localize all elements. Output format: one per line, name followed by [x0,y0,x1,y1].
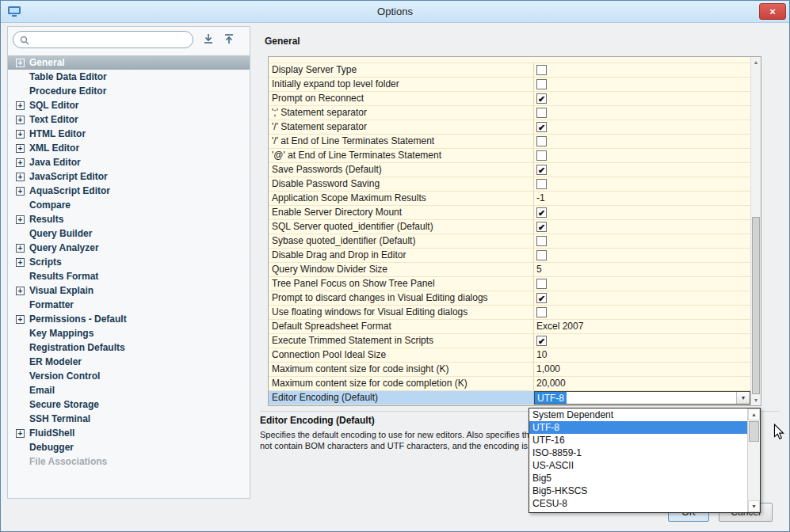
sidebar-item-sql-editor[interactable]: +SQL Editor [8,98,250,112]
settings-row-maximum-content-size-for-code-insight-k[interactable]: Maximum content size for code insight (K… [269,363,750,377]
sidebar-item-debugger[interactable]: Debugger [8,440,250,454]
titlebar[interactable]: Options × [1,1,789,23]
settings-row-maximum-content-size-for-code-completion-k[interactable]: Maximum content size for code completion… [269,377,750,391]
dropdown-item-big5-hkscs[interactable]: Big5-HKSCS [529,484,747,497]
tree-expander-icon[interactable]: + [16,158,25,167]
settings-row-script-file-extensions[interactable]: Script File Extensions*.sql; *.ddl; *.pk… [269,57,750,63]
settings-row-enable-server-directory-mount[interactable]: Enable Server Directory Mount✔ [269,206,750,220]
expand-all-icon[interactable] [200,33,216,48]
settings-row-disable-password-saving[interactable]: Disable Password Saving [269,177,750,192]
settings-row-execute-trimmed-statement-in-scripts[interactable]: Execute Trimmed Statement in Scripts✔ [269,334,750,348]
editor-encoding-combo[interactable]: UTF-8▾ [534,391,750,405]
sidebar-item-fluidshell[interactable]: +FluidShell [8,426,250,440]
scrollbar-thumb[interactable] [749,421,759,442]
settings-row-statement-separator[interactable]: '/' Statement separator✔ [269,120,750,135]
settings-row-sql-server-quoted-identifier-default[interactable]: SQL Server quoted_identifier (Default)✔ [269,220,750,234]
sidebar-item-results[interactable]: +Results [8,212,250,226]
settings-row-query-window-divider-size[interactable]: Query Window Divider Size5 [269,263,750,277]
sidebar-item-key-mappings[interactable]: Key Mappings [8,326,250,340]
settings-row-default-spreadsheet-format[interactable]: Default Spreadsheet FormatExcel 2007 [269,320,750,334]
settings-row-initially-expand-top-level-folder[interactable]: Initially expand top level folder [269,78,750,92]
dropdown-item-utf-16[interactable]: UTF-16 [529,434,747,446]
scroll-up-icon[interactable]: ▲ [748,408,760,420]
dropdown-item-cesu-8[interactable]: CESU-8 [529,497,747,510]
sidebar-item-formatter[interactable]: Formatter [8,298,250,312]
sidebar-item-email[interactable]: Email [8,383,250,397]
sidebar-item-permissions-default[interactable]: +Permissions - Default [8,312,250,326]
setting-checkbox[interactable] [536,250,547,260]
sidebar-item-visual-explain[interactable]: +Visual Explain [8,283,250,298]
search-box[interactable] [13,31,193,48]
combo-edit-area[interactable] [567,392,736,404]
tree-expander-icon[interactable]: + [16,244,25,253]
tree-expander-icon[interactable]: + [16,173,25,181]
sidebar-item-er-modeler[interactable]: ER Modeler [8,355,250,369]
sidebar-item-secure-storage[interactable]: Secure Storage [8,397,250,412]
settings-row-editor-encoding-default[interactable]: Editor Encoding (Default)UTF-8▾ [269,391,750,405]
dropdown-item-us-ascii[interactable]: US-ASCII [529,459,747,472]
sidebar-item-xml-editor[interactable]: +XML Editor [8,141,250,155]
dropdown-item-iso-8859-1[interactable]: ISO-8859-1 [529,446,747,459]
sidebar-item-query-builder[interactable]: Query Builder [8,226,250,241]
tree-expander-icon[interactable]: + [16,429,25,438]
setting-checkbox[interactable] [536,307,547,317]
setting-checkbox[interactable]: ✔ [536,122,547,132]
settings-row-at-end-of-line-terminates-statement[interactable]: '@' at End of Line Terminates Statement [269,149,750,163]
tree-expander-icon[interactable]: + [16,144,25,153]
sidebar-item-query-analyzer[interactable]: +Query Analyzer [8,241,250,255]
settings-row-prompt-to-discard-changes-in-visual-editing-dialogs[interactable]: Prompt to discard changes in Visual Edit… [269,291,750,306]
chevron-down-icon[interactable]: ▾ [736,392,750,404]
sidebar-item-procedure-editor[interactable]: Procedure Editor [8,84,250,98]
sidebar-item-javascript-editor[interactable]: +JavaScript Editor [8,169,250,184]
sidebar-item-registration-defaults[interactable]: Registration Defaults [8,340,250,355]
sidebar-item-java-editor[interactable]: +Java Editor [8,155,250,169]
setting-checkbox[interactable]: ✔ [536,165,547,175]
settings-row-prompt-on-reconnect[interactable]: Prompt on Reconnect✔ [269,92,750,106]
dropdown-item-utf-8[interactable]: UTF-8 [529,421,747,434]
setting-checkbox[interactable] [536,136,547,146]
sidebar-item-html-editor[interactable]: +HTML Editor [8,127,250,141]
sidebar-item-compare[interactable]: Compare [8,198,250,212]
tree-expander-icon[interactable]: + [16,101,25,110]
close-button[interactable]: × [759,3,786,20]
setting-checkbox[interactable] [536,65,547,75]
settings-row-display-server-type[interactable]: Display Server Type [269,63,750,78]
setting-checkbox[interactable] [536,236,547,246]
settings-row-at-end-of-line-terminates-statement[interactable]: '/' at End of Line Terminates Statement [269,135,750,149]
settings-row-sybase-quoted-identifier-default[interactable]: Sybase quoted_identifier (Default) [269,234,750,249]
sidebar-item-general[interactable]: +General [8,55,250,70]
search-input[interactable] [32,32,186,47]
sidebar-item-scripts[interactable]: +Scripts [8,255,250,269]
dropdown-item-system-dependent[interactable]: System Dependent [529,408,747,421]
scroll-down-icon[interactable]: ▼ [748,500,760,512]
tree-expander-icon[interactable]: + [16,258,25,267]
scroll-down-icon[interactable]: ▼ [751,395,761,405]
setting-checkbox[interactable]: ✔ [536,222,547,232]
setting-checkbox[interactable]: ✔ [536,93,547,104]
setting-checkbox[interactable] [536,108,547,118]
tree-expander-icon[interactable]: + [16,315,25,324]
setting-checkbox[interactable] [536,150,547,161]
settings-row-statement-separator[interactable]: ';' Statement separator [269,106,750,120]
sidebar-item-results-format[interactable]: Results Format [8,269,250,283]
settings-row-save-passwords-default[interactable]: Save Passwords (Default)✔ [269,163,750,177]
settings-row-tree-panel-focus-on-show-tree-panel[interactable]: Tree Panel Focus on Show Tree Panel [269,277,750,291]
setting-checkbox[interactable] [536,79,547,89]
tree-expander-icon[interactable]: + [16,187,25,196]
dropdown-item-big5[interactable]: Big5 [529,472,747,484]
tree-expander-icon[interactable]: + [16,59,25,67]
scroll-up-icon[interactable]: ▲ [751,57,761,67]
sidebar-item-table-data-editor[interactable]: Table Data Editor [8,70,250,84]
settings-row-application-scope-maximum-results[interactable]: Application Scope Maximum Results-1 [269,192,750,206]
scrollbar-thumb[interactable] [752,217,760,394]
settings-scrollbar[interactable]: ▲ ▼ [750,57,761,405]
setting-checkbox[interactable]: ✔ [536,293,547,303]
setting-checkbox[interactable] [536,279,547,289]
sidebar-item-ssh-terminal[interactable]: SSH Terminal [8,412,250,426]
setting-checkbox[interactable]: ✔ [536,207,547,218]
settings-row-disable-drag-and-drop-in-editor[interactable]: Disable Drag and Drop in Editor [269,249,750,263]
sidebar-item-file-associations[interactable]: File Associations [8,454,250,469]
dropdown-scrollbar[interactable]: ▲ ▼ [747,408,760,512]
sidebar-item-version-control[interactable]: Version Control [8,369,250,383]
tree-expander-icon[interactable]: + [16,287,25,295]
